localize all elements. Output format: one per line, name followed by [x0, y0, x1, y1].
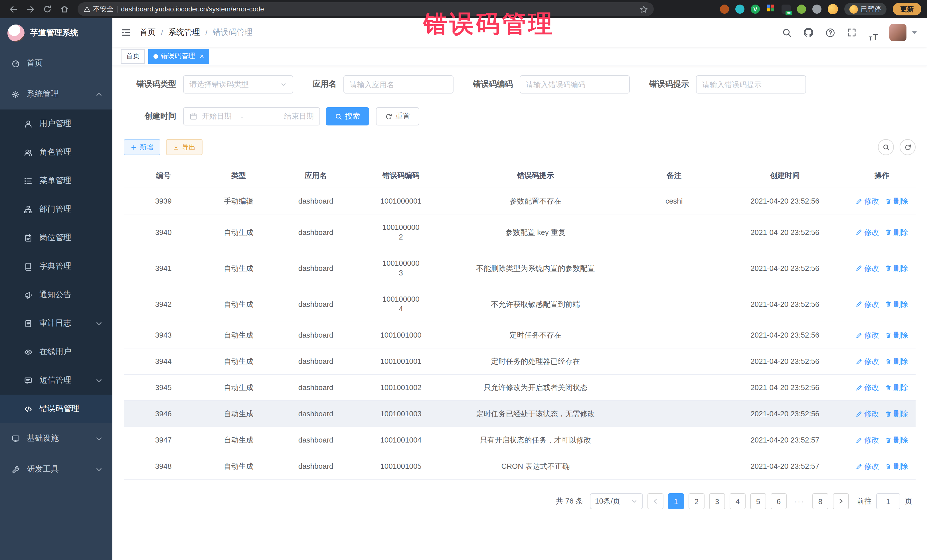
sidebar-item-online-users[interactable]: 在线用户 — [0, 338, 112, 366]
breadcrumb-item[interactable]: 首页 — [140, 27, 156, 38]
back-icon[interactable] — [6, 2, 21, 17]
logo[interactable]: 芋道管理系统 — [0, 18, 112, 48]
home-icon[interactable] — [57, 2, 72, 17]
update-button[interactable]: 更新 — [893, 3, 921, 15]
proxy-on-badge-icon[interactable]: on — [781, 5, 791, 14]
tab-label: 首页 — [126, 51, 140, 61]
sidebar-item-sms-management[interactable]: 短信管理 — [0, 366, 112, 395]
edit-link[interactable]: 修改 — [856, 227, 879, 237]
tab-首页[interactable]: 首页 — [121, 49, 145, 64]
omnibox-divider — [117, 6, 117, 12]
sidebar-item-dev-tools[interactable]: 研发工具 — [0, 454, 112, 485]
sidebar-item-audit-log[interactable]: 审计日志 — [0, 309, 112, 338]
sync-paused-chip[interactable]: 已暂停 — [844, 3, 886, 15]
chevron-down-icon[interactable] — [912, 31, 917, 34]
github-icon[interactable] — [799, 23, 818, 42]
bookmark-star-icon[interactable] — [640, 5, 648, 14]
extension-grid-icon[interactable] — [766, 3, 775, 15]
edit-link[interactable]: 修改 — [856, 330, 879, 340]
edit-link[interactable]: 修改 — [856, 299, 879, 309]
page-size-select[interactable]: 10条/页 — [590, 493, 643, 509]
url-text[interactable]: dashboard.yudao.iocoder.cn/system/error-… — [121, 5, 636, 13]
edit-link[interactable]: 修改 — [856, 357, 879, 366]
sidebar-item-dept-management[interactable]: 部门管理 — [0, 195, 112, 223]
delete-link[interactable]: 删除 — [885, 263, 908, 273]
sidebar-item-post-management[interactable]: 岗位管理 — [0, 223, 112, 252]
extension-teal-icon[interactable] — [736, 5, 745, 14]
page-button-8[interactable]: 8 — [812, 493, 828, 509]
sidebar-item-dict-management[interactable]: 字典管理 — [0, 252, 112, 281]
page-button-3[interactable]: 3 — [709, 493, 725, 509]
export-button[interactable]: 导出 — [166, 139, 202, 155]
edit-link[interactable]: 修改 — [856, 382, 879, 392]
cell-code: 1001001002 — [357, 375, 444, 400]
delete-link[interactable]: 删除 — [885, 382, 908, 392]
tab-label: 错误码管理 — [161, 51, 195, 61]
delete-link[interactable]: 删除 — [885, 357, 908, 366]
reload-icon[interactable] — [40, 2, 55, 17]
edit-link[interactable]: 修改 — [856, 461, 879, 471]
font-size-icon[interactable]: TT — [864, 23, 883, 42]
tab-错误码管理[interactable]: 错误码管理× — [148, 49, 209, 64]
page-button-5[interactable]: 5 — [750, 493, 766, 509]
edit-link[interactable]: 修改 — [856, 196, 879, 206]
roles-icon — [24, 148, 33, 156]
sidebar-item-user-management[interactable]: 用户管理 — [0, 109, 112, 138]
reset-button[interactable]: 重置 — [376, 107, 419, 126]
page-button-1[interactable]: 1 — [668, 493, 684, 509]
cell-app: dashboard — [274, 401, 357, 426]
delete-link[interactable]: 删除 — [885, 330, 908, 340]
page-button-2[interactable]: 2 — [688, 493, 705, 509]
extensions-puzzle-icon[interactable] — [812, 5, 821, 14]
next-page-button[interactable] — [833, 493, 849, 509]
search-button[interactable]: 搜索 — [326, 107, 369, 126]
hamburger-icon[interactable] — [112, 27, 140, 38]
delete-link[interactable]: 删除 — [885, 461, 908, 471]
fullscreen-icon[interactable] — [843, 23, 861, 42]
type-select[interactable]: 请选择错误码类型 — [183, 75, 293, 94]
sidebar-item-system-management[interactable]: 系统管理 — [0, 79, 112, 109]
delete-link[interactable]: 删除 — [885, 196, 908, 206]
security-chip[interactable]: 不安全 — [83, 4, 114, 14]
user-avatar[interactable] — [889, 24, 906, 41]
search-icon[interactable] — [778, 23, 796, 42]
delete-link[interactable]: 删除 — [885, 227, 908, 237]
delete-link[interactable]: 删除 — [885, 299, 908, 309]
prev-page-button[interactable] — [647, 493, 663, 509]
sidebar-item-role-management[interactable]: 角色管理 — [0, 138, 112, 167]
app-name-input[interactable] — [343, 75, 453, 94]
delete-link[interactable]: 删除 — [885, 435, 908, 445]
date-range-picker[interactable]: 开始日期 - 结束日期 — [183, 107, 320, 126]
help-icon[interactable] — [821, 23, 839, 42]
cell-time: 2021-04-20 23:52:56 — [722, 348, 848, 374]
toggle-search-icon[interactable] — [878, 139, 894, 155]
error-code-input[interactable] — [520, 75, 630, 94]
delete-link[interactable]: 删除 — [885, 409, 908, 419]
refresh-icon[interactable] — [900, 139, 916, 155]
forward-icon[interactable] — [23, 2, 38, 17]
sidebar-item-home[interactable]: 首页 — [0, 48, 112, 79]
more-pages-icon[interactable]: ··· — [791, 493, 808, 509]
goto-page-input[interactable] — [876, 493, 900, 509]
error-msg-input[interactable] — [696, 75, 806, 94]
sidebar-item-menu-management[interactable]: 菜单管理 — [0, 167, 112, 195]
leaf-extension-icon[interactable] — [797, 5, 806, 14]
extension-red-icon[interactable] — [720, 5, 729, 14]
security-label: 不安全 — [93, 4, 114, 14]
page-button-6[interactable]: 6 — [771, 493, 787, 509]
table-row: 3940自动生成dashboard100100000 2参数配置 key 重复2… — [124, 214, 916, 250]
sidebar-item-infrastructure[interactable]: 基础设施 — [0, 423, 112, 454]
page-button-4[interactable]: 4 — [729, 493, 746, 509]
address-bar[interactable]: 不安全 dashboard.yudao.iocoder.cn/system/er… — [78, 2, 654, 16]
profile-avatar[interactable] — [828, 4, 838, 14]
add-button[interactable]: 新增 — [124, 139, 160, 155]
sidebar-item-error-code-management[interactable]: 错误码管理 — [0, 395, 112, 423]
edit-link[interactable]: 修改 — [856, 435, 879, 445]
edit-link[interactable]: 修改 — [856, 409, 879, 419]
breadcrumb-item[interactable]: 系统管理 — [168, 27, 200, 38]
edit-link[interactable]: 修改 — [856, 263, 879, 273]
vue-devtools-icon[interactable]: V — [751, 5, 760, 14]
table-row: 3947自动生成dashboard1001001004只有开启状态的任务，才可以… — [124, 427, 916, 453]
close-icon[interactable]: × — [200, 52, 204, 60]
sidebar-item-notice[interactable]: 通知公告 — [0, 281, 112, 309]
